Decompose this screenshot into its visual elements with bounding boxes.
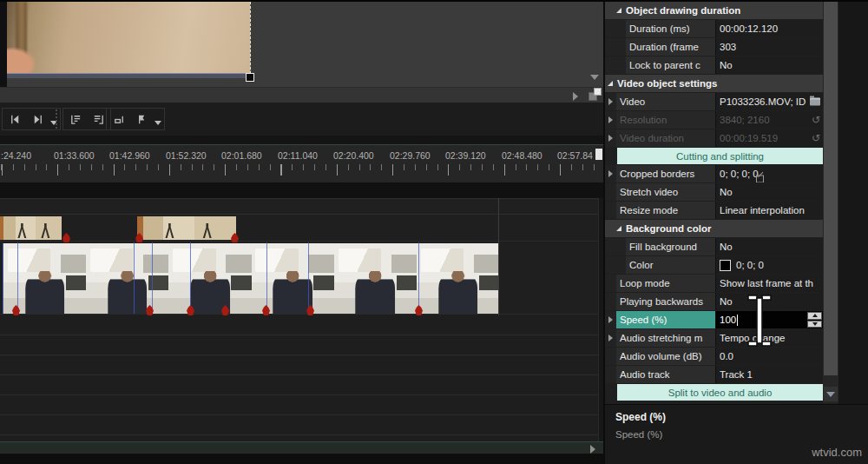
- property-value[interactable]: No: [715, 56, 823, 74]
- ruler-scroll-thumb[interactable]: [595, 149, 602, 160]
- property-label: Audio track: [616, 366, 715, 383]
- jump-to-start-button[interactable]: [5, 109, 24, 129]
- fit-to-screen-icon[interactable]: [589, 88, 602, 102]
- property-row[interactable]: VideoP1033236.MOV; ID: [605, 93, 823, 110]
- insert-object-above-button[interactable]: [66, 109, 85, 129]
- step-back-marker-button[interactable]: [109, 109, 128, 129]
- expand-row-icon[interactable]: [608, 135, 613, 142]
- refresh-icon[interactable]: ↺: [812, 133, 820, 143]
- property-value[interactable]: Show last frame at th: [715, 275, 823, 292]
- expand-row-icon[interactable]: [608, 116, 613, 123]
- insert-object-below-button[interactable]: [89, 109, 108, 129]
- property-value-text: Track 1: [720, 369, 753, 380]
- timeline-ruler[interactable]: :24.240 01:33.600 01:42.960 01:52.320 02…: [0, 144, 603, 182]
- clip-thumbnail: [86, 243, 168, 314]
- property-value[interactable]: Track 1: [715, 366, 823, 383]
- property-row[interactable]: Audio volume (dB)0.0: [605, 348, 823, 365]
- scrollbar-down-button[interactable]: [824, 387, 838, 401]
- property-value[interactable]: No: [715, 293, 823, 310]
- property-value[interactable]: P1033236.MOV; ID: [715, 93, 823, 110]
- property-row[interactable]: Fill backgroundNo: [605, 238, 823, 255]
- property-row[interactable]: Color0; 0; 0: [605, 256, 823, 274]
- properties-scrollbar[interactable]: [823, 2, 838, 403]
- property-section-header[interactable]: Background color: [605, 220, 823, 237]
- selection-resize-handle[interactable]: [246, 73, 254, 82]
- timeline-toolbar: [0, 103, 603, 136]
- scrollbar-thumb[interactable]: [824, 2, 838, 375]
- vsdc-editor-window: :24.240 01:33.600 01:42.960 01:52.320 02…: [0, 0, 868, 464]
- property-row[interactable]: Audio trackTrack 1: [605, 366, 823, 383]
- browse-file-icon[interactable]: [810, 98, 820, 106]
- property-row[interactable]: Duration (frame303: [605, 38, 823, 56]
- toolbar-group-layers: [62, 108, 111, 130]
- property-row[interactable]: Lock to parent cNo: [605, 56, 823, 74]
- ruler-major-ticks: [0, 164, 603, 176]
- property-section-header[interactable]: Video object settings: [605, 75, 823, 92]
- right-background: [838, 2, 868, 404]
- property-value[interactable]: 0.0: [715, 348, 823, 365]
- property-label: Resolution: [616, 111, 715, 129]
- property-value[interactable]: 0; 0; 0; 0: [715, 165, 823, 182]
- color-swatch[interactable]: [720, 260, 731, 271]
- property-value[interactable]: Linear interpolation: [715, 202, 823, 219]
- jump-to-end-button[interactable]: [28, 109, 47, 129]
- row-gutter: [605, 56, 626, 74]
- expand-row-icon[interactable]: [608, 98, 613, 105]
- overlay-clip-track: [0, 215, 598, 242]
- panel-action-button[interactable]: Split to video and audio: [617, 384, 823, 401]
- ruler-time-label: 02:11.040: [278, 150, 318, 161]
- expand-row-icon[interactable]: [608, 316, 613, 323]
- triangle-down-icon: [812, 322, 818, 326]
- property-value[interactable]: 00:00:12.120: [715, 20, 823, 37]
- property-value[interactable]: 0; 0; 0: [715, 256, 823, 274]
- crop-icon[interactable]: [756, 175, 764, 182]
- property-row[interactable]: Speed (%)100: [605, 311, 823, 328]
- property-value-text: 0; 0; 0: [736, 260, 764, 270]
- expand-row-icon[interactable]: [608, 335, 613, 341]
- property-row[interactable]: Duration (ms)00:00:12.120: [605, 20, 823, 37]
- property-value[interactable]: 303: [715, 38, 823, 56]
- timeline-video-clip[interactable]: [3, 243, 498, 314]
- scroll-down-icon[interactable]: [590, 75, 599, 80]
- watermark-text: wtvid.com: [0, 446, 862, 459]
- timeline-clip[interactable]: [137, 216, 236, 240]
- property-row[interactable]: Audio stretching mTempo change: [605, 329, 823, 347]
- video-preview[interactable]: [7, 2, 251, 78]
- property-value[interactable]: 100: [715, 311, 823, 328]
- panel-action-button[interactable]: Cutting and splitting: [617, 148, 823, 164]
- ruler-time-label: :24.240: [1, 150, 31, 161]
- properties-panel: Object drawing durationDuration (ms)00:0…: [605, 2, 838, 404]
- property-value[interactable]: Tempo change: [715, 329, 823, 347]
- expand-row-icon[interactable]: [608, 170, 613, 177]
- empty-track-lane[interactable]: [0, 198, 598, 215]
- property-value[interactable]: 3840; 2160↺: [715, 111, 823, 129]
- ruler-time-label: 02:01.680: [221, 150, 262, 161]
- scroll-right-icon[interactable]: [573, 92, 578, 101]
- flag-marker-button[interactable]: [132, 109, 151, 129]
- spinner-down-button[interactable]: [807, 321, 822, 328]
- clip-frame-boundary: [308, 242, 309, 314]
- property-row[interactable]: Loop modeShow last frame at th: [605, 275, 823, 292]
- property-row[interactable]: Cropped borders0; 0; 0; 0: [605, 165, 823, 182]
- property-value[interactable]: No: [715, 238, 823, 255]
- canvas-left-edge: [0, 2, 7, 87]
- property-row[interactable]: Stretch videoNo: [605, 183, 823, 201]
- refresh-icon[interactable]: ↺: [812, 115, 820, 125]
- property-section-header[interactable]: Object drawing duration: [605, 2, 823, 19]
- canvas-horizontal-scrollbar[interactable]: [0, 87, 603, 103]
- text-caret: [737, 315, 738, 326]
- value-spinner[interactable]: [807, 312, 822, 328]
- property-value[interactable]: 00:00:19.519↺: [715, 129, 823, 147]
- toolbar-separator: [56, 109, 57, 129]
- chevron-down-icon[interactable]: [155, 121, 161, 125]
- empty-track-lanes[interactable]: [0, 315, 598, 441]
- spinner-up-button[interactable]: [807, 312, 822, 320]
- properties-grid: Object drawing durationDuration (ms)00:0…: [605, 2, 823, 401]
- property-row[interactable]: Playing backwardsNo: [605, 293, 823, 310]
- corner-square-front: [594, 88, 602, 96]
- property-row[interactable]: Resolution3840; 2160↺: [605, 111, 823, 129]
- property-row[interactable]: Video duration00:00:19.519↺: [605, 129, 823, 147]
- timeline-clip[interactable]: [0, 216, 62, 240]
- property-row[interactable]: Resize modeLinear interpolation: [605, 202, 823, 219]
- property-value[interactable]: No: [715, 183, 823, 201]
